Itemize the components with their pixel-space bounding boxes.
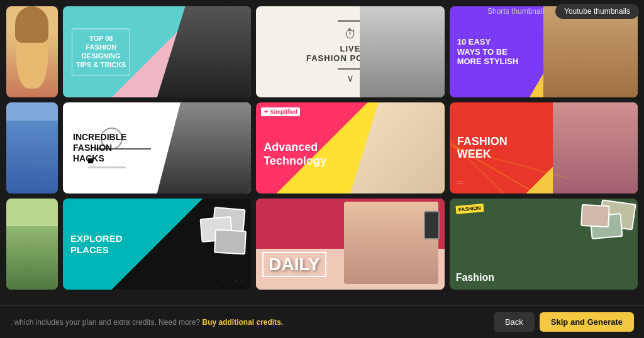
tab-youtube[interactable]: Youtube thumbnails (555, 4, 639, 19)
tab-bar: Shorts thumbnail Youtube thumbnails (474, 0, 644, 23)
person-bw (360, 6, 445, 97)
explored-text: EXPLOREDPLACES (70, 233, 123, 256)
fashion-tips-text: TOP 08FASHIONDESIGNINGTIPS & TRICKS (72, 28, 130, 75)
fashion-collage-text: Fashion (456, 272, 494, 283)
tech-text: AdvancedTechnology (264, 128, 326, 168)
fashion-week-text: FASHIONWEEK (457, 136, 630, 161)
hacks-text: INCREDIBLEFASHIONHACKS (70, 132, 127, 163)
side-thumbnail-2[interactable] (6, 102, 58, 194)
action-buttons: Back Skip and Generate (494, 312, 634, 332)
person-green-shape (6, 226, 58, 290)
credits-info: , which includes your plan and extra cre… (10, 318, 283, 327)
side-thumbnail-1[interactable] (6, 6, 58, 97)
hacks-line-deco (88, 166, 126, 168)
hair-shape (15, 6, 48, 43)
credits-text-prefix: , which includes your plan and extra cre… (10, 318, 200, 327)
thumbnail-fashion-tips[interactable]: TOP 08FASHIONDESIGNINGTIPS & TRICKS (63, 6, 251, 97)
podcast-mic-icon: ⏱ (344, 27, 357, 41)
thumbnail-daily[interactable]: DAILY (256, 199, 444, 290)
thumbnail-grid: TOP 08FASHIONDESIGNINGTIPS & TRICKS ⏱ LI… (0, 0, 644, 300)
person-silhouette (157, 6, 252, 97)
thumbnail-fashion-collage[interactable]: FASHION Fashion (450, 199, 638, 290)
side-thumbnail-3[interactable] (6, 199, 58, 290)
thumbnail-explored[interactable]: EXPLOREDPLACES · · · ·· · · · (63, 199, 251, 290)
thumbnail-fashion-week[interactable]: FASHIONWEEK ≈≈ (450, 102, 638, 194)
fashion-tag: FASHION (455, 204, 484, 214)
thumbnail-hacks[interactable]: INCREDIBLEFASHIONHACKS (63, 102, 251, 194)
hacks-person (157, 102, 252, 194)
thumbnail-podcast[interactable]: ⏱ LIVEFASHION PODCAST ∨ (256, 6, 444, 97)
person-blue-shape (6, 121, 58, 194)
collage-img-3 (580, 204, 610, 227)
skip-generate-button[interactable]: Skip and Generate (540, 312, 634, 332)
thumbnail-tech[interactable]: ✦ Simplified AdvancedTechnology (256, 102, 444, 194)
podcast-chevron: ∨ (347, 72, 354, 84)
stylish-text: 10 EASYWAYS TO BEMORE STYLISH (457, 37, 630, 67)
back-button[interactable]: Back (494, 312, 535, 332)
daily-phone (424, 211, 440, 239)
daily-text: DAILY (262, 252, 326, 277)
dot-pattern: · · · ·· · · · (222, 272, 245, 283)
fashion-week-wavy: ≈≈ (457, 179, 464, 186)
tab-shorts[interactable]: Shorts thumbnail (479, 4, 553, 19)
simplified-logo: ✦ Simplified (261, 107, 300, 116)
buy-credits-link[interactable]: Buy additional credits. (203, 318, 284, 327)
bottom-bar: , which includes your plan and extra cre… (0, 305, 644, 338)
photo-3 (214, 229, 247, 255)
tech-hand (350, 102, 445, 194)
